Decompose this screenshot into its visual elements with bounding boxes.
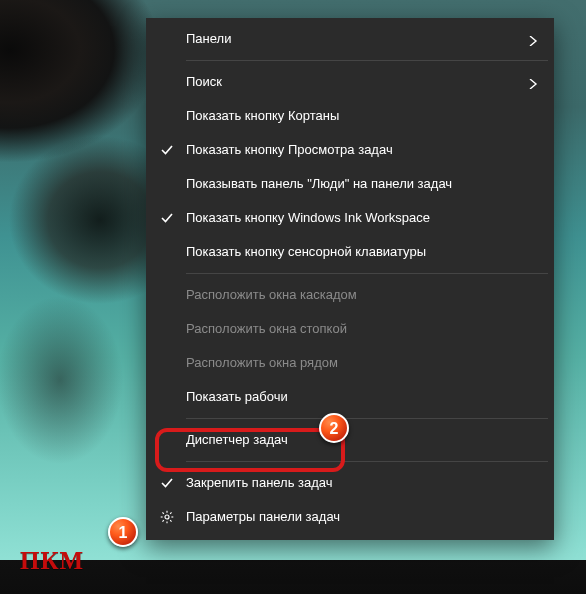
menu-item-lock-taskbar[interactable]: Закрепить панель задач	[146, 466, 554, 500]
chevron-right-icon	[528, 77, 538, 87]
menu-item-touch-keyboard[interactable]: Показать кнопку сенсорной клавиатуры	[146, 235, 554, 269]
menu-item-people[interactable]: Показывать панель "Люди" на панели задач	[146, 167, 554, 201]
menu-item-panels[interactable]: Панели	[146, 22, 554, 56]
svg-line-6	[170, 520, 171, 521]
menu-item-cortana[interactable]: Показать кнопку Кортаны	[146, 99, 554, 133]
menu-item-label: Показать кнопку сенсорной клавиатуры	[186, 244, 426, 259]
taskbar-context-menu: Панели Поиск Показать кнопку Кортаны Пок…	[146, 18, 554, 540]
svg-line-8	[170, 512, 171, 513]
chevron-right-icon	[528, 34, 538, 44]
menu-item-label: Расположить окна рядом	[186, 355, 338, 370]
menu-item-ink-workspace[interactable]: Показать кнопку Windows Ink Workspace	[146, 201, 554, 235]
separator	[186, 273, 548, 274]
svg-line-5	[162, 512, 163, 513]
menu-item-taskview[interactable]: Показать кнопку Просмотра задач	[146, 133, 554, 167]
menu-item-label: Параметры панели задач	[186, 509, 340, 524]
gear-icon	[160, 510, 174, 524]
menu-item-label: Расположить окна каскадом	[186, 287, 357, 302]
annotation-pkm-label: ПКМ	[20, 547, 84, 575]
taskbar[interactable]	[0, 560, 586, 594]
annotation-badge-2: 2	[319, 413, 349, 443]
menu-item-stack: Расположить окна стопкой	[146, 312, 554, 346]
check-icon	[160, 476, 174, 490]
menu-item-label: Показать кнопку Просмотра задач	[186, 142, 393, 157]
menu-item-search[interactable]: Поиск	[146, 65, 554, 99]
menu-item-label: Показать кнопку Кортаны	[186, 108, 339, 123]
menu-item-taskbar-settings[interactable]: Параметры панели задач	[146, 500, 554, 534]
menu-item-label: Диспетчер задач	[186, 432, 288, 447]
menu-item-label: Показать рабочи	[186, 389, 288, 404]
svg-point-0	[165, 515, 169, 519]
menu-item-label: Панели	[186, 31, 231, 46]
separator	[186, 418, 548, 419]
separator	[186, 461, 548, 462]
check-icon	[160, 143, 174, 157]
menu-item-label: Показывать панель "Люди" на панели задач	[186, 176, 452, 191]
menu-item-show-desktop[interactable]: Показать рабочи	[146, 380, 554, 414]
menu-item-label: Показать кнопку Windows Ink Workspace	[186, 210, 430, 225]
menu-item-label: Поиск	[186, 74, 222, 89]
separator	[186, 60, 548, 61]
menu-item-label: Расположить окна стопкой	[186, 321, 347, 336]
check-icon	[160, 211, 174, 225]
menu-item-label: Закрепить панель задач	[186, 475, 333, 490]
menu-item-side-by-side: Расположить окна рядом	[146, 346, 554, 380]
annotation-badge-1: 1	[108, 517, 138, 547]
menu-item-task-manager[interactable]: Диспетчер задач	[146, 423, 554, 457]
svg-line-7	[162, 520, 163, 521]
menu-item-cascade: Расположить окна каскадом	[146, 278, 554, 312]
